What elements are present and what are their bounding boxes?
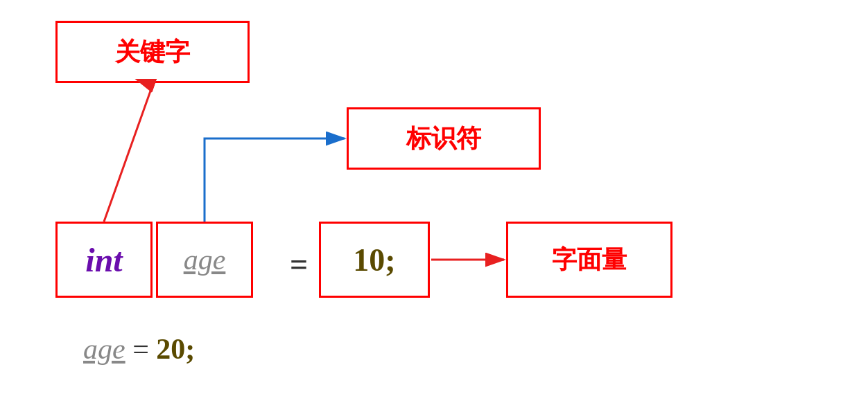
- identifier-label: 标识符: [406, 122, 481, 156]
- int-label: int: [85, 241, 122, 279]
- value-label: 10;: [353, 242, 395, 278]
- bottom-equals: =: [125, 333, 157, 365]
- arrow-int-to-keyword: [104, 85, 153, 222]
- equals-sign: =: [290, 246, 308, 283]
- keyword-label: 关键字: [115, 35, 190, 69]
- bottom-age: age: [83, 333, 125, 365]
- keyword-box: 关键字: [55, 21, 250, 83]
- diagram: 关键字 标识符 int age = 10; 字面量 age = 20;: [0, 0, 868, 403]
- age-label: age: [184, 243, 226, 276]
- literal-box: 字面量: [506, 222, 672, 298]
- bottom-expression: age = 20;: [83, 332, 195, 366]
- value-box: 10;: [319, 222, 430, 298]
- int-box: int: [55, 222, 153, 298]
- age-box: age: [156, 222, 253, 298]
- literal-label: 字面量: [552, 243, 627, 277]
- arrow-age-to-identifier: [205, 138, 345, 222]
- bottom-value: 20;: [156, 333, 195, 365]
- identifier-box: 标识符: [347, 107, 541, 170]
